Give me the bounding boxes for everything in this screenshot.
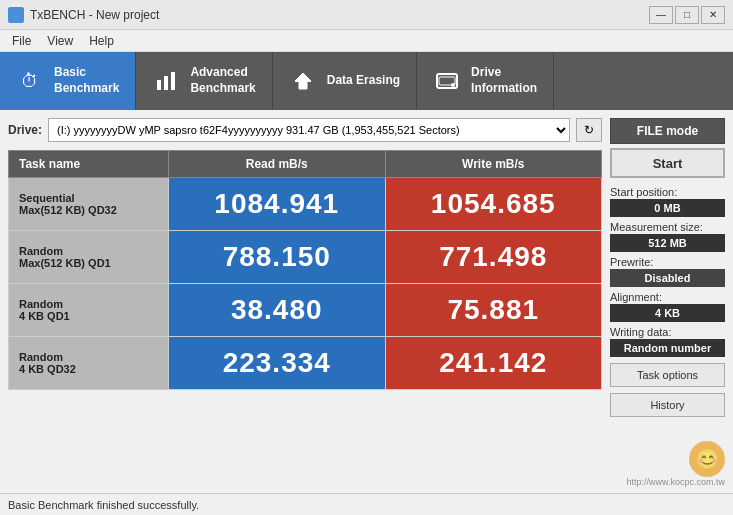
param-label-2: Prewrite: — [610, 256, 725, 268]
read-value: 223.334 — [169, 337, 385, 389]
right-panel: FILE mode Start Start position: 0 MB Mea… — [610, 118, 725, 485]
param-4: Writing data: Random number — [610, 326, 725, 357]
col-write: Write mB/s — [385, 151, 602, 178]
param-value-0: 0 MB — [610, 199, 725, 217]
tab-bar: ⏱ BasicBenchmark AdvancedBenchmark Data … — [0, 52, 733, 110]
window-controls: — □ ✕ — [649, 6, 725, 24]
tab-basic-label: BasicBenchmark — [54, 65, 119, 96]
status-text: Basic Benchmark finished successfully. — [8, 499, 199, 511]
svg-rect-2 — [171, 72, 175, 90]
write-value: 771.498 — [386, 231, 602, 283]
task-name-cell: Random4 KB QD1 — [9, 284, 169, 337]
history-button[interactable]: History — [610, 393, 725, 417]
drive-info-icon — [433, 67, 461, 95]
table-row: Random4 KB QD1 38.480 75.881 — [9, 284, 602, 337]
svg-rect-1 — [164, 76, 168, 90]
minimize-button[interactable]: — — [649, 6, 673, 24]
basic-benchmark-icon: ⏱ — [16, 67, 44, 95]
write-value-cell: 75.881 — [385, 284, 602, 337]
tab-advanced[interactable]: AdvancedBenchmark — [136, 52, 272, 110]
menu-help[interactable]: Help — [81, 32, 122, 50]
task-name-cell: Random4 KB QD32 — [9, 337, 169, 390]
param-value-3: 4 KB — [610, 304, 725, 322]
window-title: TxBENCH - New project — [30, 8, 159, 22]
start-button[interactable]: Start — [610, 148, 725, 178]
task-name-cell: RandomMax(512 KB) QD1 — [9, 231, 169, 284]
tab-erase-label: Data Erasing — [327, 73, 400, 89]
param-label-4: Writing data: — [610, 326, 725, 338]
tab-drive-label: DriveInformation — [471, 65, 537, 96]
read-value: 1084.941 — [169, 178, 385, 230]
read-value: 788.150 — [169, 231, 385, 283]
drive-label: Drive: — [8, 123, 42, 137]
param-label-1: Measurement size: — [610, 221, 725, 233]
data-erasing-icon — [289, 67, 317, 95]
param-label-3: Alignment: — [610, 291, 725, 303]
watermark-icon: 😊 — [689, 441, 725, 477]
param-2: Prewrite: Disabled — [610, 256, 725, 287]
watermark: 😊 http://www.kocpc.com.tw — [626, 441, 725, 487]
table-header-row: Task name Read mB/s Write mB/s — [9, 151, 602, 178]
read-value-cell: 223.334 — [169, 337, 386, 390]
tab-advanced-label: AdvancedBenchmark — [190, 65, 255, 96]
menu-view[interactable]: View — [39, 32, 81, 50]
table-row: RandomMax(512 KB) QD1 788.150 771.498 — [9, 231, 602, 284]
svg-point-7 — [451, 83, 455, 87]
menu-file[interactable]: File — [4, 32, 39, 50]
advanced-benchmark-icon — [152, 67, 180, 95]
main-content: Drive: (I:) yyyyyyyyDW yMP sapsro t62F4y… — [0, 110, 733, 493]
file-mode-button[interactable]: FILE mode — [610, 118, 725, 144]
watermark-url: http://www.kocpc.com.tw — [626, 477, 725, 487]
write-value-cell: 771.498 — [385, 231, 602, 284]
read-value-cell: 38.480 — [169, 284, 386, 337]
param-value-2: Disabled — [610, 269, 725, 287]
tab-erase[interactable]: Data Erasing — [273, 52, 417, 110]
maximize-button[interactable]: □ — [675, 6, 699, 24]
close-button[interactable]: ✕ — [701, 6, 725, 24]
param-value-1: 512 MB — [610, 234, 725, 252]
title-bar: TxBENCH - New project — □ ✕ — [0, 0, 733, 30]
drive-selector-row: Drive: (I:) yyyyyyyyDW yMP sapsro t62F4y… — [8, 118, 602, 142]
svg-rect-0 — [157, 80, 161, 90]
param-0: Start position: 0 MB — [610, 186, 725, 217]
status-bar: Basic Benchmark finished successfully. — [0, 493, 733, 515]
write-value-cell: 241.142 — [385, 337, 602, 390]
menu-bar: File View Help — [0, 30, 733, 52]
drive-refresh-button[interactable]: ↻ — [576, 118, 602, 142]
write-value-cell: 1054.685 — [385, 178, 602, 231]
drive-select[interactable]: (I:) yyyyyyyyDW yMP sapsro t62F4yyyyyyyy… — [48, 118, 570, 142]
param-3: Alignment: 4 KB — [610, 291, 725, 322]
param-value-4: Random number — [610, 339, 725, 357]
tab-drive[interactable]: DriveInformation — [417, 52, 554, 110]
param-label-0: Start position: — [610, 186, 725, 198]
param-1: Measurement size: 512 MB — [610, 221, 725, 252]
table-row: SequentialMax(512 KB) QD32 1084.941 1054… — [9, 178, 602, 231]
read-value-cell: 1084.941 — [169, 178, 386, 231]
col-task-name: Task name — [9, 151, 169, 178]
benchmark-table: Task name Read mB/s Write mB/s Sequentia… — [8, 150, 602, 390]
left-panel: Drive: (I:) yyyyyyyyDW yMP sapsro t62F4y… — [8, 118, 602, 485]
tab-basic[interactable]: ⏱ BasicBenchmark — [0, 52, 136, 110]
app-icon — [8, 7, 24, 23]
task-options-button[interactable]: Task options — [610, 363, 725, 387]
read-value: 38.480 — [169, 284, 385, 336]
task-name-cell: SequentialMax(512 KB) QD32 — [9, 178, 169, 231]
write-value: 241.142 — [386, 337, 602, 389]
col-read: Read mB/s — [169, 151, 386, 178]
read-value-cell: 788.150 — [169, 231, 386, 284]
write-value: 75.881 — [386, 284, 602, 336]
write-value: 1054.685 — [386, 178, 602, 230]
table-row: Random4 KB QD32 223.334 241.142 — [9, 337, 602, 390]
